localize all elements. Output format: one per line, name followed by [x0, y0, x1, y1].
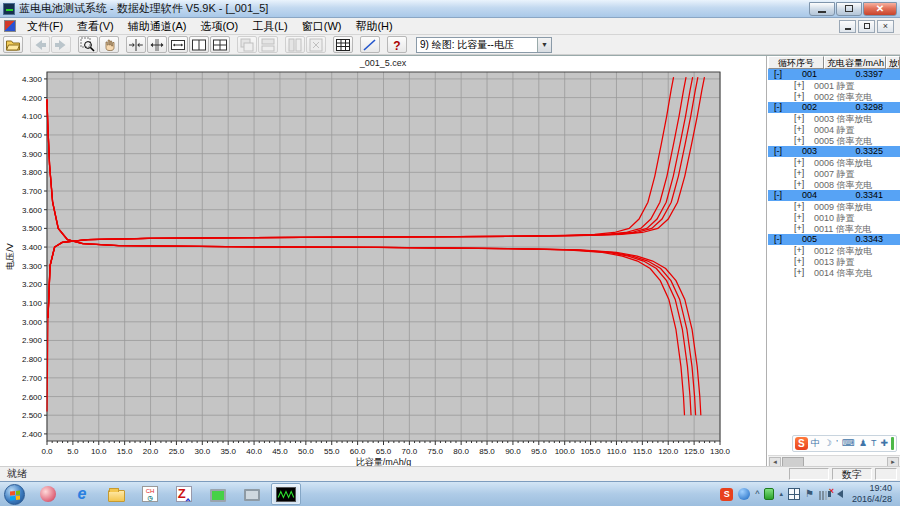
step-row[interactable]: [+]0003 倍率放电	[768, 113, 900, 124]
data-table-button[interactable]	[333, 36, 353, 53]
menu-item-3[interactable]: 选项(O)	[193, 18, 245, 35]
taskbar-media-app[interactable]	[33, 483, 63, 505]
curve-mode-button[interactable]	[360, 36, 380, 53]
menu-item-4[interactable]: 工具(L)	[245, 18, 294, 35]
expand-icon[interactable]: [+]	[794, 179, 804, 189]
split-four-button[interactable]	[210, 36, 230, 53]
step-row[interactable]: [+]0010 静置	[768, 212, 900, 223]
speaker-icon[interactable]	[837, 490, 843, 498]
minimize-button[interactable]	[809, 2, 835, 16]
expand-icon[interactable]: [+]	[794, 267, 804, 277]
monitor-icon	[244, 489, 260, 501]
step-row[interactable]: [+]0011 倍率充电	[768, 223, 900, 234]
step-label: 0014 倍率充电	[814, 267, 873, 280]
pan-button[interactable]	[99, 36, 119, 53]
expand-x-button[interactable]	[147, 36, 167, 53]
skin-icon[interactable]: T	[871, 437, 877, 450]
child-close-button[interactable]: ×	[877, 20, 894, 33]
cycle-row-005[interactable]: [-]0050.3343	[768, 234, 900, 245]
column-header-charge-capacity[interactable]: 充电容量/mAh	[824, 56, 886, 69]
step-row[interactable]: [+]0012 倍率放电	[768, 245, 900, 256]
help-button[interactable]: ?	[387, 36, 407, 53]
menu-item-5[interactable]: 窗口(W)	[295, 18, 349, 35]
cycle-row-004[interactable]: [-]0040.3341	[768, 190, 900, 201]
column-header-discharge-capacity[interactable]: 放电容量/mAh	[886, 56, 900, 69]
fit-width-button[interactable]	[168, 36, 188, 53]
toolbar: ? 9) 绘图: 比容量--电压 ▼	[0, 35, 900, 55]
triangle-icon[interactable]: ▴	[779, 490, 783, 498]
person-icon[interactable]: ♟	[859, 437, 867, 450]
chevron-down-icon[interactable]: ▼	[537, 38, 551, 52]
expand-icon[interactable]: [+]	[794, 212, 804, 222]
soft-keyboard-icon[interactable]: ⌨	[842, 437, 855, 450]
collapse-icon[interactable]: [-]	[774, 190, 782, 200]
show-hidden-icons[interactable]: ^	[755, 489, 759, 499]
child-restore-button[interactable]	[858, 20, 875, 33]
document-icon[interactable]	[4, 20, 16, 32]
cycle-row-002[interactable]: [-]0020.3298	[768, 102, 900, 113]
expand-icon[interactable]: [+]	[794, 124, 804, 134]
expand-icon[interactable]: [+]	[794, 135, 804, 145]
expand-icon[interactable]: [+]	[794, 168, 804, 178]
menu-item-1[interactable]: 查看(V)	[70, 18, 121, 35]
step-row[interactable]: [+]0013 静置	[768, 256, 900, 267]
cycle-row-001[interactable]: [-]0010.3397	[768, 69, 900, 80]
step-row[interactable]: [+]0007 静置	[768, 168, 900, 179]
expand-icon[interactable]: [+]	[794, 91, 804, 101]
zoom-select-button[interactable]	[78, 36, 98, 53]
taskbar-winzip[interactable]: Z‸	[169, 483, 199, 505]
taskbar-pc-manager[interactable]	[203, 483, 233, 505]
compress-x-button[interactable]	[126, 36, 146, 53]
collapse-icon[interactable]: [-]	[774, 146, 782, 156]
step-row[interactable]: [+]0002 倍率充电	[768, 91, 900, 102]
taskbar-internet-explorer[interactable]: e	[67, 483, 97, 505]
expand-icon[interactable]: [+]	[794, 223, 804, 233]
collapse-icon[interactable]: [-]	[774, 102, 782, 112]
step-row[interactable]: [+]0004 静置	[768, 124, 900, 135]
plot-type-dropdown[interactable]: 9) 绘图: 比容量--电压 ▼	[416, 37, 552, 53]
menu-item-0[interactable]: 文件(F)	[20, 18, 70, 35]
open-file-button[interactable]	[3, 36, 23, 53]
taskbar-ch-instrument[interactable]: CH◷	[135, 483, 165, 505]
taskbar-file-explorer[interactable]	[101, 483, 131, 505]
collapse-icon[interactable]: [-]	[774, 234, 782, 244]
menu-item-6[interactable]: 帮助(H)	[348, 18, 399, 35]
step-row[interactable]: [+]0008 倍率充电	[768, 179, 900, 190]
sogou-tray-icon[interactable]: S	[720, 488, 733, 501]
taskbar-lanhe-app-active[interactable]	[271, 483, 301, 505]
start-button[interactable]	[4, 484, 25, 505]
toolbox-icon[interactable]: ✚	[880, 437, 888, 450]
tray-clock[interactable]: 19:40 2016/4/28	[848, 483, 896, 506]
expand-icon[interactable]: [+]	[794, 201, 804, 211]
expand-icon[interactable]: [+]	[794, 245, 804, 255]
collapse-icon[interactable]: [-]	[774, 69, 782, 79]
expand-icon[interactable]: [+]	[794, 157, 804, 167]
action-center-flag-icon[interactable]: ⚑	[805, 489, 814, 499]
taskbar-monitor-app[interactable]	[237, 483, 267, 505]
green-tray-icon[interactable]	[764, 488, 774, 500]
globe-tray-icon[interactable]	[738, 488, 750, 500]
step-row[interactable]: [+]0006 倍率放电	[768, 157, 900, 168]
close-button[interactable]: ✕	[863, 2, 897, 16]
column-header-cycle[interactable]: 循环序号	[768, 56, 824, 69]
chinese-mode-icon[interactable]: 中	[811, 437, 820, 450]
step-row[interactable]: [+]0009 倍率放电	[768, 201, 900, 212]
step-row[interactable]: [+]0014 倍率充电	[768, 267, 900, 278]
svg-text:55.0: 55.0	[324, 447, 340, 456]
expand-icon[interactable]: [+]	[794, 80, 804, 90]
svg-text:30.0: 30.0	[195, 447, 211, 456]
expand-icon[interactable]: [+]	[794, 113, 804, 123]
expand-icon[interactable]: [+]	[794, 256, 804, 266]
sogou-logo-icon[interactable]: S	[795, 437, 808, 450]
punctuation-icon[interactable]: ’	[836, 437, 838, 450]
moon-icon[interactable]: ☽	[824, 437, 832, 450]
child-minimize-button[interactable]	[839, 20, 856, 33]
split-two-button[interactable]	[189, 36, 209, 53]
cycle-row-003[interactable]: [-]0030.3325	[768, 146, 900, 157]
maximize-button[interactable]	[836, 2, 862, 16]
step-row[interactable]: [+]0005 倍率充电	[768, 135, 900, 146]
step-row[interactable]: [+]0001 静置	[768, 80, 900, 91]
input-method-icon[interactable]	[788, 488, 800, 500]
voltage-capacity-chart[interactable]: 2.4002.5002.6002.7002.8002.9003.0003.100…	[0, 69, 767, 467]
menu-item-2[interactable]: 辅助通道(A)	[121, 18, 194, 35]
